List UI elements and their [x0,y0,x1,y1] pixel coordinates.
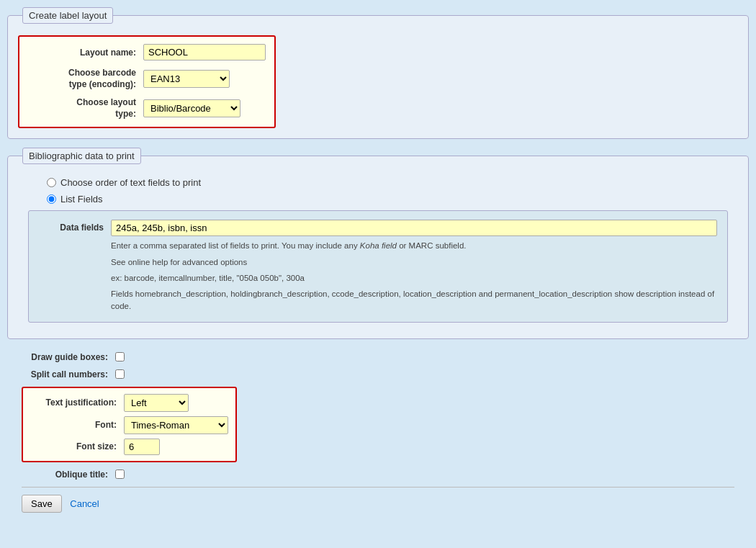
buttons-row: Save Cancel [22,487,734,516]
data-fields-input[interactable] [111,220,717,236]
radio-list-row: List Fields [47,194,738,205]
text-just-select[interactable]: Left Center Right [124,394,189,412]
oblique-title-row: Oblique title: [22,470,734,480]
draw-guide-label: Draw guide boxes: [22,352,115,362]
data-fields-input-wrap: Enter a comma separated list of fields t… [111,220,717,313]
font-select[interactable]: Times-Roman Courier Helvetica [124,416,228,434]
help-text-2: See online help for advanced options [111,256,717,269]
font-label: Font: [30,420,124,430]
layout-name-label: Layout name: [28,48,143,58]
font-size-inner-row: Font size: [30,439,228,455]
biblio-legend: Bibliographic data to print [22,148,141,164]
layout-name-input[interactable] [143,44,266,60]
split-call-row: Split call numbers: [22,369,734,379]
layout-type-label: Choose layouttype: [28,97,143,120]
radio-list-label: List Fields [60,194,103,205]
save-button[interactable]: Save [22,495,62,513]
data-fields-section: Data fields Enter a comma separated list… [28,210,728,322]
layout-name-row: Layout name: [28,44,266,60]
radio-order-input[interactable] [47,178,56,187]
text-just-inner-row: Text justification: Left Center Right [30,394,228,412]
text-just-label: Text justification: [30,397,124,408]
font-inner-row: Font: Times-Roman Courier Helvetica [30,416,228,434]
radio-order-row: Choose order of text fields to print [47,177,738,188]
font-size-input[interactable] [124,439,160,455]
help-text-3: ex: barcode, itemcallnumber, title, "050… [111,272,717,284]
barcode-type-row: Choose barcodetype (encoding): EAN13 Cod… [28,68,266,90]
create-layout-legend: Create label layout [22,7,113,24]
data-fields-label: Data fields [39,220,111,233]
barcode-type-label: Choose barcodetype (encoding): [28,68,143,90]
formatting-box: Text justification: Left Center Right Fo… [22,387,237,462]
data-fields-row: Data fields Enter a comma separated list… [39,220,717,313]
draw-guide-checkbox[interactable] [115,352,125,361]
split-call-label: Split call numbers: [22,369,115,379]
layout-type-row: Choose layouttype: Biblio/Barcode Barcod… [28,97,266,120]
cancel-button[interactable]: Cancel [70,498,99,509]
page-wrapper: Create label layout Layout name: Choose … [7,7,749,540]
radio-order-label: Choose order of text fields to print [60,177,201,188]
lower-section: Draw guide boxes: Split call numbers: Te… [7,349,749,518]
create-layout-box: Layout name: Choose barcodetype (encodin… [18,35,276,128]
create-layout-fieldset: Create label layout Layout name: Choose … [7,7,749,139]
font-size-label: Font size: [30,441,124,452]
biblio-fieldset: Bibliographic data to print Choose order… [7,148,749,338]
draw-guide-row: Draw guide boxes: [22,352,734,362]
split-call-checkbox[interactable] [115,369,125,379]
help-text-1: Enter a comma separated list of fields t… [111,240,717,252]
help-text-4: Fields homebranch_description, holdingbr… [111,288,717,313]
barcode-type-select[interactable]: EAN13 Code39 QRCode PDF417 [143,70,230,88]
formatting-box-wrapper: Text justification: Left Center Right Fo… [22,387,237,462]
oblique-title-label: Oblique title: [22,470,115,480]
radio-list-input[interactable] [47,194,56,204]
layout-type-select[interactable]: Biblio/Barcode Barcode only Biblio only [143,99,240,117]
text-just-outer-row: Text justification: Left Center Right Fo… [22,387,734,462]
oblique-title-checkbox[interactable] [115,470,125,479]
